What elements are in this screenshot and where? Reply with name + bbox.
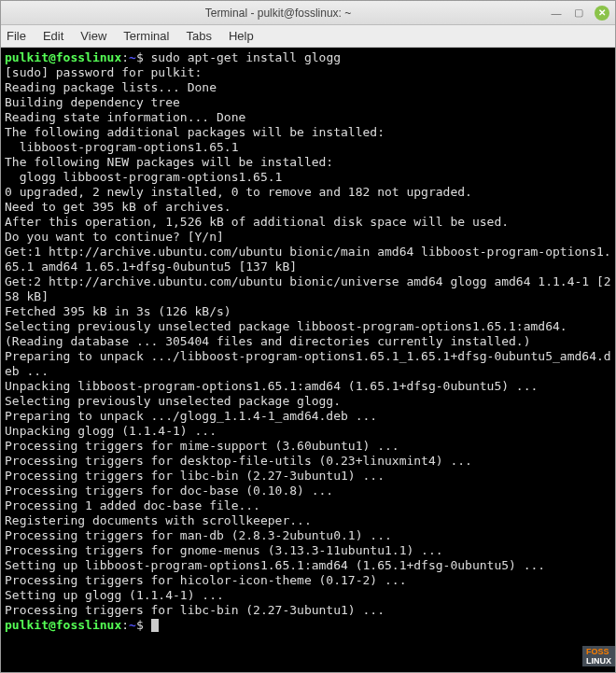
prompt-colon-2: : <box>121 618 129 632</box>
watermark-foss: FOSS <box>586 647 609 656</box>
menu-view[interactable]: View <box>80 29 106 43</box>
prompt-colon: : <box>121 50 129 64</box>
prompt-dollar: $ <box>136 50 151 64</box>
terminal-output: [sudo] password for pulkit: Reading pack… <box>5 65 611 617</box>
prompt-user-host: pulkit@fosslinux <box>5 50 121 64</box>
menubar: File Edit View Terminal Tabs Help <box>1 25 615 48</box>
window-controls: — ▢ ✕ <box>550 6 609 21</box>
prompt-user-host-2: pulkit@fosslinux <box>5 618 121 632</box>
menu-edit[interactable]: Edit <box>43 29 63 43</box>
prompt-path-2: ~ <box>129 618 136 632</box>
titlebar: Terminal - pulkit@fosslinux: ~ — ▢ ✕ <box>1 1 615 25</box>
menu-file[interactable]: File <box>7 29 26 43</box>
menu-help[interactable]: Help <box>229 29 254 43</box>
watermark: FOSSLINUX <box>582 646 615 666</box>
prompt-dollar-2: $ <box>136 618 151 632</box>
menu-terminal[interactable]: Terminal <box>123 29 169 43</box>
minimize-button[interactable]: — <box>550 7 563 20</box>
window-title: Terminal - pulkit@fosslinux: ~ <box>7 7 550 20</box>
prompt-path: ~ <box>129 50 136 64</box>
terminal-area[interactable]: pulkit@fosslinux:~$ sudo apt-get install… <box>1 48 615 672</box>
watermark-linux: LINUX <box>586 656 611 666</box>
terminal-window: Terminal - pulkit@fosslinux: ~ — ▢ ✕ Fil… <box>0 0 616 673</box>
menu-tabs[interactable]: Tabs <box>186 29 211 43</box>
command-text: sudo apt-get install glogg <box>151 50 342 64</box>
cursor <box>151 619 159 632</box>
close-button[interactable]: ✕ <box>595 6 609 21</box>
maximize-button[interactable]: ▢ <box>572 7 585 20</box>
